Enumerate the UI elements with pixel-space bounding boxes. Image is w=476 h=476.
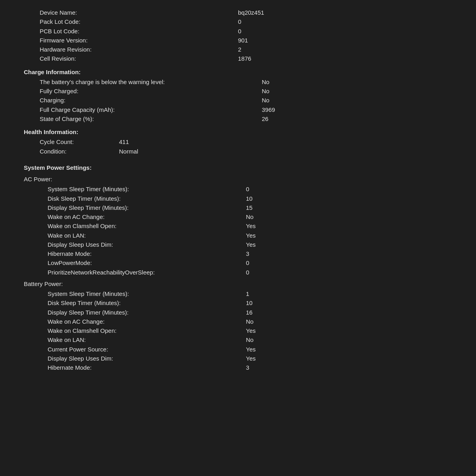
ac-wake-clamshell-row: Wake on Clamshell Open: Yes (48, 221, 452, 230)
ac-low-power-label: LowPowerMode: (48, 258, 246, 267)
ac-system-sleep-value: 0 (246, 184, 249, 194)
system-power-header: System Power Settings: (24, 163, 452, 172)
bat-current-power-row: Current Power Source: Yes (48, 345, 452, 354)
state-of-charge-row: State of Charge (%): 26 (40, 114, 452, 123)
fully-charged-value: No (262, 86, 269, 96)
ac-disk-sleep-value: 10 (246, 194, 253, 203)
ac-display-sleep-row: Display Sleep Timer (Minutes): 15 (48, 203, 452, 212)
bat-system-sleep-row: System Sleep Timer (Minutes): 1 (48, 289, 452, 298)
battery-power-header: Battery Power: (24, 279, 452, 288)
ac-wake-lan-row: Wake on LAN: Yes (48, 231, 452, 240)
cycle-count-label: Cycle Count: (40, 137, 119, 146)
pack-lot-label: Pack Lot Code: (40, 17, 238, 26)
cell-value: 1876 (238, 54, 251, 63)
condition-row: Condition: Normal (40, 147, 452, 156)
ac-hibernate-label: Hibernate Mode: (48, 249, 246, 258)
ac-display-sleep-value: 15 (246, 203, 253, 212)
health-header: Health Information: (24, 127, 452, 136)
ac-wake-ac-value: No (246, 212, 253, 221)
ac-wake-lan-label: Wake on LAN: (48, 231, 246, 240)
fully-charged-label: Fully Charged: (40, 86, 262, 96)
ac-system-sleep-label: System Sleep Timer (Minutes): (48, 184, 246, 194)
pack-lot-row: Pack Lot Code: 0 (40, 17, 452, 26)
pcb-lot-label: PCB Lot Code: (40, 27, 238, 36)
condition-value: Normal (119, 147, 159, 156)
pack-lot-value: 0 (238, 17, 241, 26)
bat-display-sleep-value: 16 (246, 308, 253, 317)
ac-hibernate-row: Hibernate Mode: 3 (48, 249, 452, 258)
firmware-label: Firmware Version: (40, 36, 238, 45)
bat-system-sleep-value: 1 (246, 289, 249, 298)
bat-hibernate-label: Hibernate Mode: (48, 363, 246, 372)
bat-disk-sleep-row: Disk Sleep Timer (Minutes): 10 (48, 298, 452, 307)
bat-wake-clamshell-row: Wake on Clamshell Open: Yes (48, 326, 452, 335)
below-warning-value: No (262, 77, 269, 86)
ac-power-header: AC Power: (24, 175, 452, 184)
bat-display-dim-label: Display Sleep Uses Dim: (48, 354, 246, 363)
pcb-lot-value: 0 (238, 27, 241, 36)
ac-display-dim-label: Display Sleep Uses Dim: (48, 240, 246, 249)
bat-display-dim-value: Yes (246, 354, 255, 363)
bat-wake-ac-label: Wake on AC Change: (48, 317, 246, 326)
bat-wake-clamshell-value: Yes (246, 326, 255, 335)
state-of-charge-label: State of Charge (%): (40, 114, 262, 123)
bat-hibernate-row: Hibernate Mode: 3 (48, 363, 452, 372)
ac-display-dim-value: Yes (246, 240, 255, 249)
ac-display-sleep-label: Display Sleep Timer (Minutes): (48, 203, 246, 212)
bat-current-power-value: Yes (246, 345, 255, 354)
full-capacity-value: 3969 (262, 105, 275, 114)
cell-label: Cell Revision: (40, 54, 238, 63)
bat-system-sleep-label: System Sleep Timer (Minutes): (48, 289, 246, 298)
bat-display-dim-row: Display Sleep Uses Dim: Yes (48, 354, 452, 363)
bat-display-sleep-label: Display Sleep Timer (Minutes): (48, 308, 246, 317)
bat-wake-ac-value: No (246, 317, 253, 326)
below-warning-label: The battery's charge is below the warnin… (40, 77, 262, 86)
condition-label: Condition: (40, 147, 119, 156)
hardware-label: Hardware Revision: (40, 45, 238, 54)
state-of-charge-value: 26 (262, 114, 269, 123)
ac-display-dim-row: Display Sleep Uses Dim: Yes (48, 240, 452, 249)
ac-wake-clamshell-label: Wake on Clamshell Open: (48, 221, 246, 230)
full-capacity-label: Full Charge Capacity (mAh): (40, 105, 262, 114)
ac-prioritize-row: PrioritizeNetworkReachabilityOverSleep: … (48, 268, 452, 277)
ac-system-sleep-row: System Sleep Timer (Minutes): 0 (48, 184, 452, 194)
fully-charged-row: Fully Charged: No (40, 86, 452, 96)
charging-row: Charging: No (40, 96, 452, 105)
ac-prioritize-value: 0 (246, 268, 249, 277)
bat-display-sleep-row: Display Sleep Timer (Minutes): 16 (48, 308, 452, 317)
ac-low-power-row: LowPowerMode: 0 (48, 258, 452, 267)
bat-hibernate-value: 3 (246, 363, 249, 372)
firmware-row: Firmware Version: 901 (40, 36, 452, 45)
firmware-value: 901 (238, 36, 248, 45)
ac-disk-sleep-label: Disk Sleep Timer (Minutes): (48, 194, 246, 203)
ac-hibernate-value: 3 (246, 249, 249, 258)
bat-current-power-label: Current Power Source: (48, 345, 246, 354)
ac-wake-ac-label: Wake on AC Change: (48, 212, 246, 221)
bat-wake-lan-value: No (246, 335, 253, 344)
hardware-row: Hardware Revision: 2 (40, 45, 452, 54)
bat-wake-lan-row: Wake on LAN: No (48, 335, 452, 344)
bat-disk-sleep-value: 10 (246, 298, 253, 307)
ac-wake-clamshell-value: Yes (246, 221, 255, 230)
ac-wake-ac-row: Wake on AC Change: No (48, 212, 452, 221)
cell-row: Cell Revision: 1876 (40, 54, 452, 63)
below-warning-row: The battery's charge is below the warnin… (40, 77, 452, 86)
bat-wake-lan-label: Wake on LAN: (48, 335, 246, 344)
bat-disk-sleep-label: Disk Sleep Timer (Minutes): (48, 298, 246, 307)
ac-low-power-value: 0 (246, 258, 249, 267)
bat-wake-ac-row: Wake on AC Change: No (48, 317, 452, 326)
device-name-value: bq20z451 (238, 8, 264, 17)
cycle-count-value: 411 (119, 137, 159, 146)
hardware-value: 2 (238, 45, 241, 54)
charging-value: No (262, 96, 269, 105)
pcb-lot-row: PCB Lot Code: 0 (40, 27, 452, 36)
charge-header: Charge Information: (24, 67, 452, 77)
device-name-label: Device Name: (40, 8, 238, 17)
charging-label: Charging: (40, 96, 262, 105)
cycle-count-row: Cycle Count: 411 (40, 137, 452, 146)
device-name-row: Device Name: bq20z451 (40, 8, 452, 17)
full-capacity-row: Full Charge Capacity (mAh): 3969 (40, 105, 452, 114)
ac-wake-lan-value: Yes (246, 231, 255, 240)
bat-wake-clamshell-label: Wake on Clamshell Open: (48, 326, 246, 335)
ac-prioritize-label: PrioritizeNetworkReachabilityOverSleep: (48, 268, 246, 277)
